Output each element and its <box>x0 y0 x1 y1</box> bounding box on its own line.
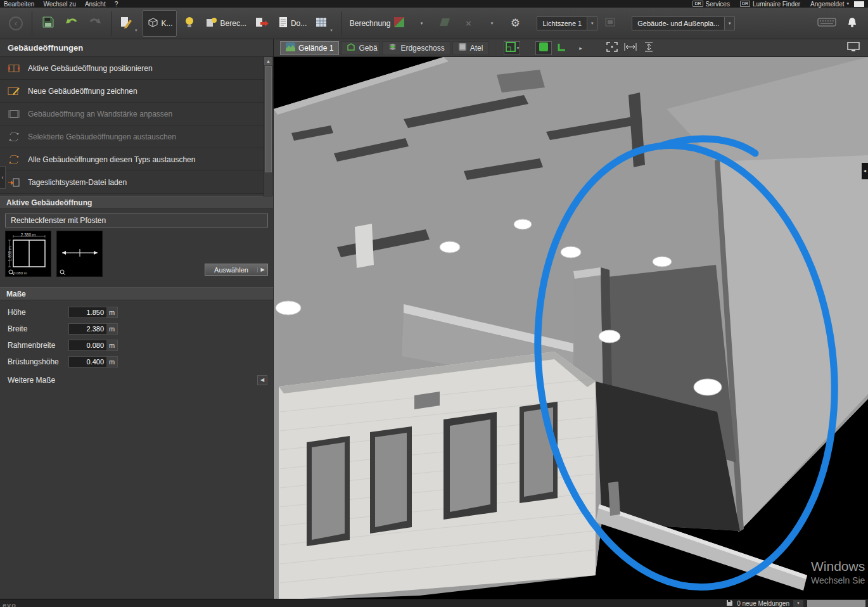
active-opening-header: Aktive Gebäudeöffnung <box>0 196 273 209</box>
undo-icon <box>65 16 79 30</box>
scene-3d[interactable]: Windows Wechseln Sie <box>274 57 868 599</box>
render-view-button[interactable] <box>535 41 552 55</box>
documentation-button[interactable]: Do... <box>275 10 310 37</box>
messages-label[interactable]: 0 neue Meldungen <box>737 600 789 607</box>
tab-atelier[interactable]: Atel <box>452 41 489 55</box>
tab-erdgeschoss[interactable]: Erdgeschoss <box>382 41 450 55</box>
export-button[interactable] <box>252 10 273 37</box>
edit-tool-button[interactable]: ▾ <box>117 10 141 37</box>
delete-options-button[interactable]: ▾ <box>481 10 502 37</box>
calculation-start-button[interactable]: Berechnung <box>347 10 409 37</box>
undo-button[interactable] <box>61 10 82 37</box>
zoom-fit-button[interactable] <box>604 41 620 55</box>
eraser-button[interactable] <box>434 10 456 37</box>
window-diagram <box>6 231 51 276</box>
export-icon <box>255 16 270 30</box>
menu-luminaire-finder[interactable]: DR Luminaire Finder <box>740 1 800 8</box>
fit-width-button[interactable] <box>622 41 639 55</box>
panel-collapse-handle[interactable]: ‹ <box>0 166 6 189</box>
messages-dropdown-button[interactable]: ▼ <box>793 600 803 607</box>
delete-button[interactable]: × <box>457 10 479 37</box>
redo-button[interactable] <box>84 10 106 37</box>
opening-thumbnail-front[interactable]: 2.380 m 1.850 m 0.080 m <box>5 231 51 277</box>
construction-mode-button[interactable]: K... <box>143 10 177 37</box>
viewport-toolbar: Gelände 1 Gebä Erdgeschoss Atel ▾ <box>274 39 868 57</box>
hoehe-input[interactable]: 1.850 m <box>68 307 118 318</box>
evo-logo: evo <box>3 599 16 607</box>
thumb-width-label: 2.380 m <box>6 233 51 237</box>
rahmenbreite-input[interactable]: 0.080 m <box>68 340 118 351</box>
tab-gelaende-1[interactable]: Gelände 1 <box>280 41 339 55</box>
settings-button[interactable]: ⚙ <box>504 10 526 37</box>
light-tool-button[interactable] <box>179 10 200 37</box>
menu-angemeldet[interactable]: Angemeldet ▾ <box>810 1 849 8</box>
floors-icon <box>388 42 397 53</box>
lichtszene-select[interactable]: Lichtszene 1 ▾ <box>537 16 597 30</box>
scrollbar-up-icon[interactable]: ▲ <box>264 57 272 65</box>
menu-ansicht[interactable]: Ansicht <box>85 1 106 8</box>
notifications-button[interactable] <box>841 10 863 37</box>
chevron-down-icon[interactable]: ▾ <box>724 17 734 30</box>
menu-services[interactable]: DR Services <box>692 1 729 8</box>
dim-label: Rahmenbreite <box>0 341 68 350</box>
menu-angemeldet-label: Angemeldet <box>810 1 844 8</box>
app-window: Bearbeiten Wechsel zu Ansicht ? DR Servi… <box>0 0 868 607</box>
tool-load-daylight-file[interactable]: Tageslichtsystem-Datei laden <box>0 171 273 194</box>
table-tool-button[interactable]: ▾ <box>312 10 336 37</box>
dim-value: 2.380 <box>69 324 106 334</box>
calculation-options-button[interactable]: ▾ <box>411 10 432 37</box>
tool-draw-opening[interactable]: Neue Gebäudeöffnung zeichnen <box>0 80 273 103</box>
tab-label: Atel <box>470 44 483 53</box>
right-panel-handle[interactable]: ◂ <box>862 163 868 179</box>
scrollbar-thumb[interactable] <box>265 66 272 172</box>
back-button[interactable]: ‹ <box>5 10 27 37</box>
dim-value: 1.850 <box>69 307 106 317</box>
lightscene-tool-button[interactable] <box>599 10 621 37</box>
dim-label: Höhe <box>0 308 68 317</box>
menu-bearbeiten[interactable]: Bearbeiten <box>4 1 34 8</box>
masse-rows: Höhe 1.850 m Breite 2.380 m Rahmenbreite <box>0 300 273 370</box>
dim-row-breite: Breite 2.380 m <box>0 321 273 337</box>
active-opening-selected[interactable]: Rechteckfenster mit Pfosten <box>5 214 268 227</box>
scope-select[interactable]: Gebäude- und Außenpla... ▾ <box>632 16 735 30</box>
tool-replace-all-of-type[interactable]: Alle Gebäudeöffnungen diesen Typs austau… <box>0 148 273 171</box>
chevron-down-icon: ▾ <box>135 28 137 33</box>
account-dropdown-button[interactable] <box>854 1 864 7</box>
swap-icon <box>6 132 22 141</box>
choose-opening-button[interactable]: Auswählen ▶ <box>205 264 268 276</box>
calculation-objects-button[interactable]: Berec... <box>202 10 250 37</box>
floorplan-view-button[interactable]: ▾ <box>504 41 520 55</box>
display-button[interactable] <box>845 41 862 55</box>
eraser-icon <box>438 17 451 29</box>
save-button[interactable] <box>37 10 59 37</box>
expand-left-icon[interactable]: ◀ <box>257 375 267 385</box>
tool-replace-selected[interactable]: Selektierte Gebäudeöffnungen austauschen <box>0 125 273 148</box>
section-view-button[interactable] <box>554 41 570 55</box>
tool-label: Tageslichtsystem-Datei laden <box>28 178 127 187</box>
tab-label: Gelände 1 <box>298 44 333 53</box>
menu-wechsel-zu[interactable]: Wechsel zu <box>43 1 76 8</box>
fit-height-button[interactable] <box>641 41 657 55</box>
tool-label: Gebäudeöffnung an Wandstärke anpassen <box>28 110 172 118</box>
bruestungshoehe-input[interactable]: 0.400 m <box>68 356 118 367</box>
tool-label: Selektierte Gebäudeöffnungen austauschen <box>28 132 176 141</box>
keyboard-button[interactable] <box>814 10 839 37</box>
tool-list-scrollbar[interactable]: ▲ <box>264 57 272 197</box>
chevron-down-icon[interactable]: ▾ <box>587 17 597 30</box>
tool-adapt-wall-thickness[interactable]: Gebäudeöffnung an Wandstärke anpassen <box>0 103 273 125</box>
close-icon: × <box>466 18 471 29</box>
menu-luminaire-finder-label: Luminaire Finder <box>753 1 800 8</box>
statusbar-panel[interactable] <box>807 600 865 607</box>
separator <box>32 11 32 35</box>
breite-input[interactable]: 2.380 m <box>68 323 118 335</box>
menu-help[interactable]: ? <box>115 1 118 8</box>
window-position-icon <box>6 64 22 73</box>
documentation-label: Do... <box>291 19 307 28</box>
more-views-button[interactable]: ▸ <box>572 41 589 55</box>
tool-position-opening[interactable]: Aktive Gebäudeöffnung positionieren <box>0 57 273 80</box>
document-icon <box>278 16 288 30</box>
opening-thumbnail-plan[interactable] <box>56 231 103 277</box>
lichtszene-value: Lichtszene 1 <box>537 20 587 27</box>
tab-gebaeude[interactable]: Gebä <box>341 41 380 55</box>
construction-mode-label: K... <box>162 19 173 28</box>
